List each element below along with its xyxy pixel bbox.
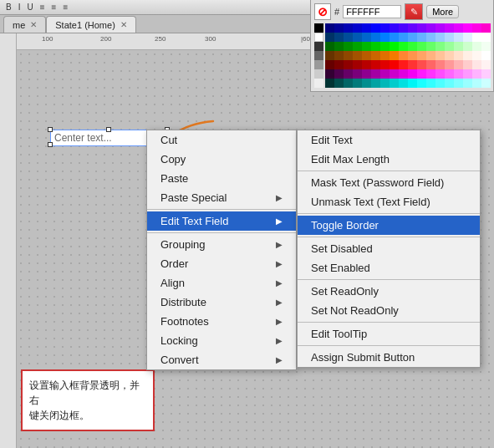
swatch[interactable]: [353, 23, 362, 33]
submenu-set-not-readonly[interactable]: Set Not ReadOnly: [298, 301, 480, 320]
swatch[interactable]: [380, 79, 390, 88]
menu-cut[interactable]: Cut: [147, 130, 296, 150]
align-btn[interactable]: ≡: [38, 3, 48, 12]
swatch[interactable]: [435, 60, 445, 69]
swatch[interactable]: [408, 33, 417, 42]
swatch[interactable]: [353, 42, 362, 51]
swatch[interactable]: [325, 69, 334, 79]
swatch[interactable]: [463, 69, 472, 79]
swatch[interactable]: [353, 33, 362, 42]
swatch[interactable]: [463, 42, 472, 51]
swatch[interactable]: [353, 51, 362, 60]
swatch[interactable]: [454, 51, 463, 60]
swatch[interactable]: [408, 60, 417, 69]
swatch[interactable]: [399, 23, 408, 33]
swatch[interactable]: [426, 23, 435, 33]
swatch-light2[interactable]: [314, 79, 323, 88]
swatch[interactable]: [472, 79, 481, 88]
swatch[interactable]: [445, 42, 454, 51]
swatch[interactable]: [463, 79, 472, 88]
swatch[interactable]: [334, 33, 344, 42]
swatch[interactable]: [325, 42, 334, 51]
swatch[interactable]: [481, 42, 491, 51]
tab-me-close[interactable]: ✕: [30, 20, 37, 29]
swatch[interactable]: [454, 60, 463, 69]
swatch[interactable]: [408, 69, 417, 79]
swatch[interactable]: [380, 33, 390, 42]
swatch[interactable]: [344, 23, 353, 33]
swatch[interactable]: [435, 51, 445, 60]
swatch[interactable]: [435, 33, 445, 42]
swatch[interactable]: [435, 79, 445, 88]
menu-paste[interactable]: Paste: [147, 169, 296, 188]
swatch[interactable]: [399, 60, 408, 69]
swatch[interactable]: [426, 60, 435, 69]
swatch[interactable]: [472, 51, 481, 60]
swatch[interactable]: [445, 23, 454, 33]
swatch[interactable]: [362, 51, 371, 60]
swatch[interactable]: [380, 69, 390, 79]
swatch[interactable]: [334, 69, 344, 79]
swatch[interactable]: [481, 33, 491, 42]
swatch[interactable]: [362, 23, 371, 33]
swatch[interactable]: [325, 23, 334, 33]
color-edit-button[interactable]: ✎: [405, 3, 423, 20]
submenu-assign-submit[interactable]: Assign Submit Button: [298, 348, 480, 367]
swatch[interactable]: [445, 51, 454, 60]
swatch[interactable]: [362, 69, 371, 79]
bold-btn[interactable]: B: [3, 3, 14, 12]
swatch[interactable]: [325, 79, 334, 88]
swatch[interactable]: [445, 33, 454, 42]
menu-locking[interactable]: Locking ▶: [147, 331, 296, 350]
swatch[interactable]: [344, 42, 353, 51]
swatch-dark1[interactable]: [314, 42, 323, 51]
menu-copy[interactable]: Copy: [147, 150, 296, 169]
align-btn3[interactable]: ≡: [60, 3, 70, 12]
swatch[interactable]: [399, 33, 408, 42]
swatch[interactable]: [399, 51, 408, 60]
menu-footnotes[interactable]: Footnotes ▶: [147, 312, 296, 331]
tab-state1[interactable]: State1 (Home) ✕: [46, 16, 136, 33]
menu-grouping[interactable]: Grouping ▶: [147, 235, 296, 254]
swatch[interactable]: [371, 33, 380, 42]
hex-input[interactable]: [343, 5, 401, 18]
swatch[interactable]: [435, 42, 445, 51]
swatch[interactable]: [399, 79, 408, 88]
tab-state1-close[interactable]: ✕: [120, 20, 127, 29]
swatch-black[interactable]: [314, 23, 323, 33]
menu-distribute[interactable]: Distribute ▶: [147, 293, 296, 312]
swatch[interactable]: [334, 51, 344, 60]
menu-order[interactable]: Order ▶: [147, 254, 296, 273]
swatch[interactable]: [362, 42, 371, 51]
underline-btn[interactable]: U: [24, 3, 35, 12]
swatch[interactable]: [399, 69, 408, 79]
swatch[interactable]: [417, 42, 426, 51]
swatch[interactable]: [481, 51, 491, 60]
swatch[interactable]: [325, 33, 334, 42]
swatch[interactable]: [390, 23, 399, 33]
swatch[interactable]: [463, 51, 472, 60]
swatch[interactable]: [408, 79, 417, 88]
swatch[interactable]: [362, 79, 371, 88]
swatch[interactable]: [454, 79, 463, 88]
swatch[interactable]: [390, 69, 399, 79]
swatch[interactable]: [426, 51, 435, 60]
swatch[interactable]: [353, 60, 362, 69]
swatch[interactable]: [426, 69, 435, 79]
color-more-button[interactable]: More: [426, 5, 459, 18]
swatch[interactable]: [454, 33, 463, 42]
swatch[interactable]: [344, 60, 353, 69]
swatch[interactable]: [371, 42, 380, 51]
swatch[interactable]: [481, 69, 491, 79]
submenu-set-disabled[interactable]: Set Disabled: [298, 239, 480, 258]
menu-align[interactable]: Align ▶: [147, 273, 296, 293]
swatch[interactable]: [445, 60, 454, 69]
swatch[interactable]: [435, 23, 445, 33]
swatch[interactable]: [353, 79, 362, 88]
swatch[interactable]: [472, 60, 481, 69]
swatch[interactable]: [353, 69, 362, 79]
swatch[interactable]: [417, 23, 426, 33]
swatch[interactable]: [408, 23, 417, 33]
swatch[interactable]: [481, 23, 491, 33]
swatch[interactable]: [390, 33, 399, 42]
